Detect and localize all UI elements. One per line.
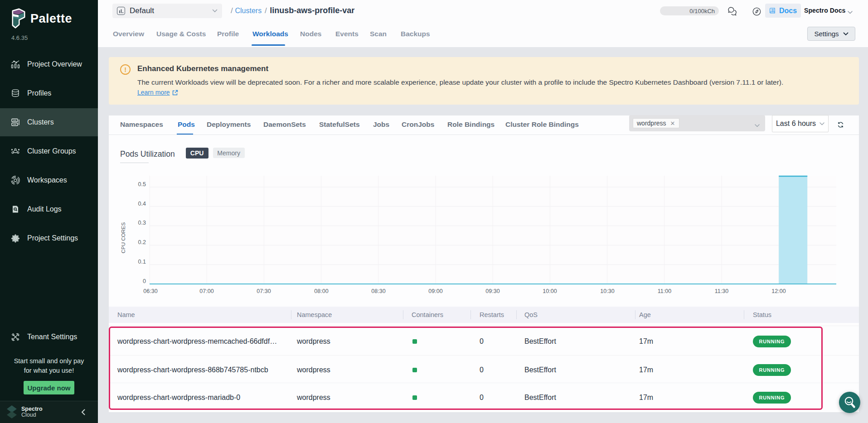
svg-text:09:00: 09:00 (428, 288, 442, 294)
svg-text:09:30: 09:30 (485, 288, 499, 294)
svg-text:0: 0 (143, 278, 146, 284)
svg-text:10:00: 10:00 (543, 288, 557, 294)
svg-text:08:00: 08:00 (314, 288, 328, 294)
svg-text:10:30: 10:30 (600, 288, 614, 294)
svg-text:07:30: 07:30 (257, 288, 271, 294)
svg-text:06:30: 06:30 (143, 288, 157, 294)
svg-text:08:30: 08:30 (371, 288, 385, 294)
svg-text:CPU CORES: CPU CORES (121, 222, 126, 253)
svg-text:0.3: 0.3 (138, 220, 146, 226)
svg-text:0.5: 0.5 (138, 181, 146, 187)
svg-text:0.4: 0.4 (138, 201, 146, 207)
svg-text:11:30: 11:30 (715, 288, 728, 294)
svg-text:07:00: 07:00 (199, 288, 213, 294)
svg-text:0.1: 0.1 (138, 259, 146, 265)
svg-text:11:00: 11:00 (658, 288, 671, 294)
svg-text:0.2: 0.2 (138, 239, 146, 245)
svg-text:12:00: 12:00 (771, 288, 786, 294)
